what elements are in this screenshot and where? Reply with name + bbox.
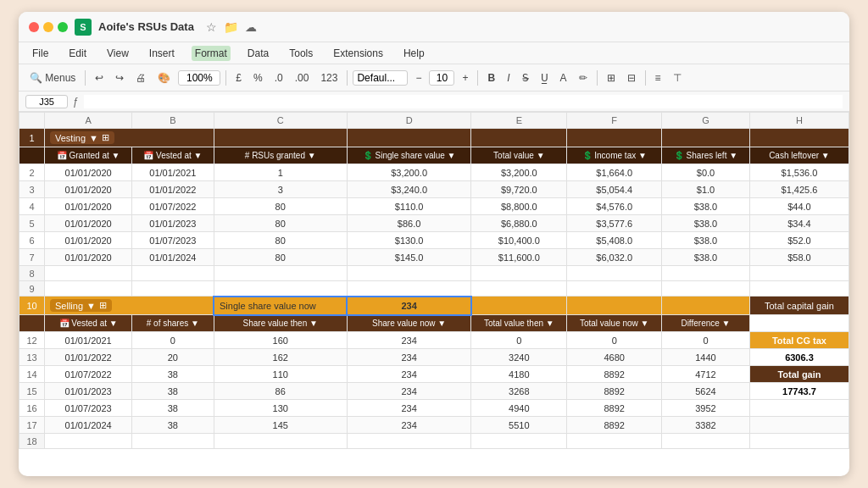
selling-r17-sv-now[interactable]: 234 <box>347 417 470 434</box>
vesting-r5-shares[interactable]: $38.0 <box>662 215 750 232</box>
menu-data[interactable]: Data <box>244 46 272 61</box>
menu-format[interactable]: Format <box>192 46 231 61</box>
selling-r16-shares[interactable]: 38 <box>132 400 214 417</box>
filter-icon-s6[interactable]: ▼ <box>641 319 649 328</box>
vesting-r3-vested[interactable]: 01/01/2022 <box>132 181 214 198</box>
vesting-r6-granted[interactable]: 01/01/2020 <box>45 232 132 249</box>
selling-r17-vested[interactable]: 01/01/2024 <box>45 417 132 434</box>
vesting-r4-tax[interactable]: $4,576.0 <box>567 198 662 215</box>
font-size-input[interactable] <box>429 70 454 86</box>
selling-r15-diff[interactable]: 5624 <box>662 383 750 400</box>
filter-icon-2[interactable]: ▼ <box>194 151 203 160</box>
vesting-r5-tax[interactable]: $3,577.6 <box>567 215 662 232</box>
selling-r15-sv-now[interactable]: 234 <box>347 383 470 400</box>
vesting-r7-rsus[interactable]: 80 <box>214 249 347 266</box>
vesting-r4-rsus[interactable]: 80 <box>214 198 347 215</box>
filter-icon-4[interactable]: ▼ <box>448 151 456 160</box>
merge-button[interactable]: ⊟ <box>623 70 640 86</box>
formula-input[interactable] <box>84 95 843 108</box>
filter-icon-s3[interactable]: ▼ <box>309 319 318 328</box>
cloud-icon[interactable]: ☁ <box>245 20 257 34</box>
selling-r12-sv-then[interactable]: 160 <box>214 332 347 349</box>
bold-button[interactable]: B <box>483 70 499 86</box>
highlight-button[interactable]: ✏ <box>575 70 592 86</box>
vesting-r2-total[interactable]: $3,200.0 <box>471 164 567 181</box>
vesting-r5-single[interactable]: $86.0 <box>347 215 470 232</box>
selling-r12-diff[interactable]: 0 <box>662 332 750 349</box>
filter-icon-s7[interactable]: ▼ <box>722 319 731 328</box>
vesting-r4-total[interactable]: $8,800.0 <box>471 198 567 215</box>
vesting-r2-vested[interactable]: 01/01/2021 <box>132 164 214 181</box>
vesting-r5-rsus[interactable]: 80 <box>214 215 347 232</box>
selling-group-tag[interactable]: Selling ▼ ⊞ <box>50 299 112 312</box>
vesting-r4-cash[interactable]: $44.0 <box>749 198 849 215</box>
selling-r17-tv-now[interactable]: 8892 <box>567 417 662 434</box>
vesting-group-tag[interactable]: Vesting ▼ ⊞ <box>50 131 114 144</box>
vesting-r7-tax[interactable]: $6,032.0 <box>567 249 662 266</box>
selling-r17-diff[interactable]: 3382 <box>662 417 750 434</box>
vesting-r7-single[interactable]: $145.0 <box>347 249 470 266</box>
filter-icon-1[interactable]: ▼ <box>112 151 120 160</box>
vesting-r3-cash[interactable]: $1,425.6 <box>749 181 849 198</box>
selling-r12-shares[interactable]: 0 <box>132 332 214 349</box>
underline-button[interactable]: U̲ <box>537 70 553 86</box>
vesting-r5-total[interactable]: $6,880.0 <box>471 215 567 232</box>
filter-icon-s5[interactable]: ▼ <box>546 319 554 328</box>
vesting-r3-total[interactable]: $9,720.0 <box>471 181 567 198</box>
selling-r16-sv-now[interactable]: 234 <box>347 400 470 417</box>
star-icon[interactable]: ☆ <box>206 20 217 34</box>
vesting-r2-tax[interactable]: $1,664.0 <box>567 164 662 181</box>
vesting-r4-vested[interactable]: 01/07/2022 <box>132 198 214 215</box>
vesting-r2-cash[interactable]: $1,536.0 <box>749 164 849 181</box>
vesting-r6-shares[interactable]: $38.0 <box>662 232 750 249</box>
selling-r12-vested[interactable]: 01/01/2021 <box>45 332 132 349</box>
selling-r13-diff[interactable]: 1440 <box>662 349 750 366</box>
font-size-decrease[interactable]: − <box>411 70 426 86</box>
vesting-r6-total[interactable]: $10,400.0 <box>471 232 567 249</box>
menus-button[interactable]: 🔍 Menus <box>25 70 80 86</box>
selling-r14-tv-now[interactable]: 8892 <box>567 366 662 383</box>
valign-button[interactable]: ⊤ <box>669 70 686 86</box>
cell-reference[interactable] <box>25 95 68 108</box>
vesting-r6-vested[interactable]: 01/07/2023 <box>132 232 214 249</box>
decimal-button[interactable]: .0 <box>270 70 287 86</box>
vesting-r5-granted[interactable]: 01/01/2020 <box>45 215 132 232</box>
selling-r17-sv-then[interactable]: 145 <box>214 417 347 434</box>
selling-r13-vested[interactable]: 01/01/2022 <box>45 349 132 366</box>
vesting-r5-cash[interactable]: $34.4 <box>749 215 849 232</box>
filter-icon-6[interactable]: ▼ <box>638 151 647 160</box>
filter-icon-s1[interactable]: ▼ <box>109 319 118 328</box>
maximize-button[interactable] <box>58 22 68 32</box>
paint-format-button[interactable]: 🎨 <box>153 70 175 86</box>
currency-button[interactable]: £ <box>231 70 246 86</box>
decimal2-button[interactable]: .00 <box>291 70 314 86</box>
vesting-r6-single[interactable]: $130.0 <box>347 232 470 249</box>
number-format-button[interactable]: 123 <box>316 70 342 86</box>
selling-r15-vested[interactable]: 01/01/2023 <box>45 383 132 400</box>
strikethrough-button[interactable]: S̶ <box>518 70 533 86</box>
selling-r16-tv-then[interactable]: 4940 <box>471 400 567 417</box>
vesting-r2-shares[interactable]: $0.0 <box>662 164 750 181</box>
selling-r13-tv-now[interactable]: 4680 <box>567 349 662 366</box>
minimize-button[interactable] <box>43 22 53 32</box>
selling-r16-tv-now[interactable]: 8892 <box>567 400 662 417</box>
selling-r12-tv-then[interactable]: 0 <box>471 332 567 349</box>
selling-r13-shares[interactable]: 20 <box>132 349 214 366</box>
filter-icon-7[interactable]: ▼ <box>729 151 737 160</box>
selling-r14-diff[interactable]: 4712 <box>662 366 750 383</box>
undo-button[interactable]: ↩ <box>91 70 108 86</box>
selling-r13-sv-now[interactable]: 234 <box>347 349 470 366</box>
selling-r12-sv-now[interactable]: 234 <box>347 332 470 349</box>
filter-icon-s2[interactable]: ▼ <box>191 319 199 328</box>
vesting-r2-granted[interactable]: 01/01/2020 <box>45 164 132 181</box>
selling-r15-tv-then[interactable]: 3268 <box>471 383 567 400</box>
close-button[interactable] <box>29 22 39 32</box>
menu-edit[interactable]: Edit <box>65 46 90 61</box>
print-button[interactable]: 🖨 <box>131 70 150 86</box>
folder-icon[interactable]: 📁 <box>224 20 238 34</box>
selling-r15-sv-then[interactable]: 86 <box>214 383 347 400</box>
align-button[interactable]: ≡ <box>651 70 665 86</box>
vesting-r7-cash[interactable]: $58.0 <box>749 249 849 266</box>
selling-r17-shares[interactable]: 38 <box>132 417 214 434</box>
filter-icon-s4[interactable]: ▼ <box>437 319 446 328</box>
